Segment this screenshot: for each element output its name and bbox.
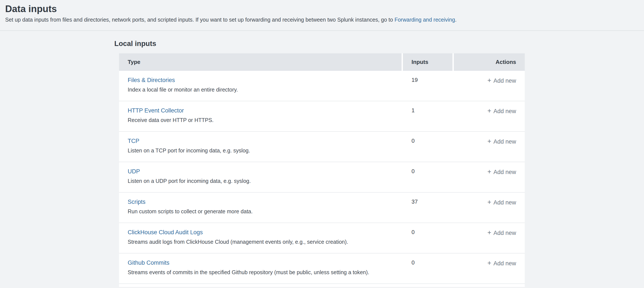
inputs-count: 1 — [402, 101, 452, 132]
inputs-count: 0 — [402, 223, 452, 253]
page-header: Data inputs Set up data inputs from file… — [0, 0, 644, 31]
plus-icon: + — [488, 198, 491, 206]
add-new-label: Add new — [494, 78, 516, 84]
table-row: HTTP Event Collector Receive data over H… — [119, 101, 525, 132]
table-header: Type Inputs Actions — [119, 53, 525, 71]
inputs-count: 0 — [402, 253, 452, 284]
input-type-link[interactable]: Scripts — [128, 199, 146, 205]
input-type-link[interactable]: TCP — [128, 138, 139, 144]
table-row-partial — [119, 284, 525, 287]
plus-icon: + — [488, 229, 491, 236]
inputs-count: 0 — [402, 162, 452, 193]
table-body: Files & Directories Index a local file o… — [119, 71, 525, 287]
add-new-label: Add new — [494, 230, 516, 236]
section-heading-local-inputs: Local inputs — [114, 40, 644, 48]
table-row: UDP Listen on a UDP port for incoming da… — [119, 162, 525, 193]
table-row: TCP Listen on a TCP port for incoming da… — [119, 132, 525, 162]
column-header-actions: Actions — [452, 53, 525, 71]
forwarding-and-receiving-link[interactable]: Forwarding and receiving — [394, 17, 455, 23]
subtitle-text: Set up data inputs from files and direct… — [5, 17, 394, 23]
add-new-label: Add new — [494, 169, 516, 175]
column-header-inputs: Inputs — [402, 53, 452, 71]
page-title: Data inputs — [5, 0, 639, 15]
input-type-description: Streams audit logs from ClickHouse Cloud… — [128, 238, 401, 245]
add-new-label: Add new — [494, 138, 516, 145]
plus-icon: + — [488, 259, 491, 267]
add-new-link[interactable]: +Add new — [488, 138, 516, 145]
add-new-label: Add new — [494, 199, 516, 206]
main-content: Local inputs Type Inputs Actions Files &… — [0, 31, 644, 287]
plus-icon: + — [488, 138, 491, 145]
input-type-description: Run custom scripts to collect or generat… — [128, 208, 401, 215]
plus-icon: + — [488, 77, 491, 84]
input-type-link[interactable]: UDP — [128, 168, 140, 175]
type-cell: Files & Directories Index a local file o… — [119, 71, 402, 101]
type-cell: TCP Listen on a TCP port for incoming da… — [119, 132, 402, 162]
actions-cell: +Add new — [452, 71, 525, 101]
input-type-description: Listen on a TCP port for incoming data, … — [128, 147, 401, 154]
input-type-description: Listen on a UDP port for incoming data, … — [128, 178, 401, 184]
add-new-label: Add new — [494, 260, 516, 267]
inputs-count: 37 — [402, 193, 452, 223]
table-row: Scripts Run custom scripts to collect or… — [119, 193, 525, 223]
add-new-link[interactable]: +Add new — [488, 169, 516, 175]
inputs-count: 0 — [402, 132, 452, 162]
input-type-description: Index a local file or monitor an entire … — [128, 86, 401, 93]
actions-cell: +Add new — [452, 223, 525, 253]
actions-cell: +Add new — [452, 253, 525, 284]
type-cell: Github Commits Streams events of commits… — [119, 253, 402, 284]
page-subtitle: Set up data inputs from files and direct… — [5, 17, 639, 23]
actions-cell: +Add new — [452, 101, 525, 132]
actions-cell: +Add new — [452, 162, 525, 193]
type-cell: Scripts Run custom scripts to collect or… — [119, 193, 402, 223]
add-new-link[interactable]: +Add new — [488, 78, 516, 84]
add-new-link[interactable]: +Add new — [488, 260, 516, 267]
column-header-type: Type — [119, 53, 402, 71]
type-cell: ClickHouse Cloud Audit Logs Streams audi… — [119, 223, 402, 253]
table-row: ClickHouse Cloud Audit Logs Streams audi… — [119, 223, 525, 253]
input-type-link[interactable]: HTTP Event Collector — [128, 107, 184, 114]
input-type-link[interactable]: ClickHouse Cloud Audit Logs — [128, 229, 203, 235]
input-type-link[interactable]: Files & Directories — [128, 77, 175, 83]
add-new-link[interactable]: +Add new — [488, 199, 516, 206]
actions-cell: +Add new — [452, 193, 525, 223]
inputs-count: 19 — [402, 71, 452, 101]
table-row: Files & Directories Index a local file o… — [119, 71, 525, 101]
table-row: Github Commits Streams events of commits… — [119, 253, 525, 284]
type-cell: HTTP Event Collector Receive data over H… — [119, 101, 402, 132]
input-type-description: Receive data over HTTP or HTTPS. — [128, 117, 401, 124]
type-cell: UDP Listen on a UDP port for incoming da… — [119, 162, 402, 193]
add-new-label: Add new — [494, 108, 516, 114]
local-inputs-table: Type Inputs Actions Files & Directories … — [119, 53, 525, 287]
actions-cell: +Add new — [452, 132, 525, 162]
plus-icon: + — [488, 168, 491, 175]
plus-icon: + — [488, 107, 491, 115]
subtitle-text-after: . — [455, 17, 456, 23]
input-type-description: Streams events of commits in the specifi… — [128, 269, 401, 276]
add-new-link[interactable]: +Add new — [488, 108, 516, 114]
input-type-link[interactable]: Github Commits — [128, 259, 170, 266]
add-new-link[interactable]: +Add new — [488, 230, 516, 236]
